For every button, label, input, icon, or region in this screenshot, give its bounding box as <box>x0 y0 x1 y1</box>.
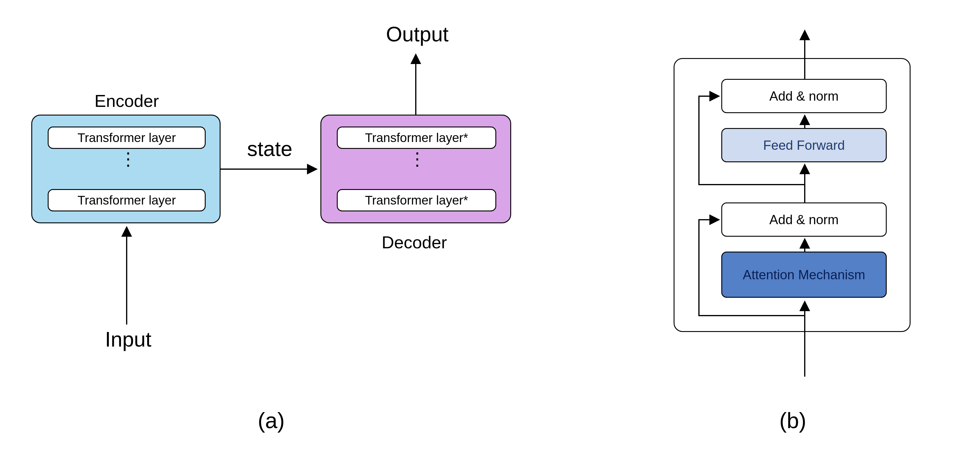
decoder-layer-bottom: Transformer layer* <box>337 189 496 211</box>
encoder-layer-top: Transformer layer <box>48 127 206 149</box>
add-norm-bottom: Add & norm <box>721 203 887 237</box>
diagram-canvas: Encoder Transformer layer ⋮ Transformer … <box>0 0 980 460</box>
decoder-vdots: ⋮ <box>408 149 423 170</box>
decoder-layer-top: Transformer layer* <box>337 127 496 149</box>
attention-block: Attention Mechanism <box>721 252 887 298</box>
output-label: Output <box>380 22 455 46</box>
add-norm-top: Add & norm <box>721 79 887 113</box>
decoder-title: Decoder <box>369 232 459 252</box>
feed-forward-block: Feed Forward <box>721 128 887 162</box>
panel-a-caption: (a) <box>253 408 289 433</box>
encoder-title: Encoder <box>82 91 171 111</box>
input-label: Input <box>91 327 165 351</box>
state-label: state <box>240 137 299 161</box>
encoder-layer-bottom: Transformer layer <box>48 189 206 211</box>
encoder-vdots: ⋮ <box>119 149 134 170</box>
panel-b-caption: (b) <box>775 408 811 433</box>
